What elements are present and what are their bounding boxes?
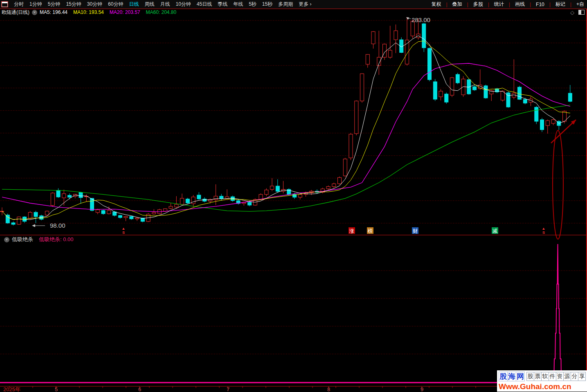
menu-item-30分钟[interactable]: 30分钟 [84, 1, 105, 8]
drawn-ellipse [553, 130, 563, 239]
svg-text:283.00: 283.00 [412, 16, 430, 23]
ma5-legend: MA5: 196.44 [40, 9, 67, 15]
menu-separator: | [444, 2, 449, 7]
menu-item-10分钟[interactable]: 10分钟 [173, 1, 193, 8]
annotations-layer: 283.0098.00 [32, 16, 576, 239]
menu-item-周线[interactable]: 周线 [142, 1, 157, 8]
menu-item-15秒[interactable]: 15秒 [259, 1, 275, 8]
svg-text:98.00: 98.00 [50, 222, 65, 229]
svg-text:2025年: 2025年 [3, 386, 20, 392]
menu-item-60分钟[interactable]: 60分钟 [105, 1, 126, 8]
menu-item-5秒[interactable]: 5秒 [246, 1, 259, 8]
candles-layer [0, 17, 572, 226]
menu-item-日线[interactable]: 日线 [126, 1, 142, 8]
svg-text:榜: 榜 [367, 228, 373, 234]
tdx-app: 283.0098.00涨榜财减SS2025年56789 分时1分钟5分钟15分钟… [0, 0, 587, 392]
menu-item-季线[interactable]: 季线 [215, 1, 230, 8]
svg-text:6: 6 [138, 386, 141, 392]
svg-text:S: S [122, 231, 125, 235]
toolbar-item-多股[interactable]: 多股 [470, 1, 486, 8]
menu-separator: | [547, 2, 553, 7]
signal-arrow-icon [542, 228, 545, 230]
ma60-legend: MA60: 204.80 [146, 9, 176, 15]
ma-legend: MA5: 196.44MA10: 193.54MA20: 203.57MA60:… [40, 9, 176, 15]
ma5-line [2, 36, 570, 220]
toolbar-item-画线[interactable]: 画线 [512, 1, 528, 8]
toolbar-item-标记[interactable]: 标记 [553, 1, 568, 8]
split-window-icon[interactable] [578, 10, 585, 15]
menu-separator: | [507, 2, 512, 7]
ma-lines-layer [2, 36, 570, 220]
watermark-phrase-char: 分 [571, 372, 578, 381]
toolbar-item-叠加[interactable]: 叠加 [450, 1, 465, 8]
svg-text:9: 9 [421, 386, 423, 392]
signal-arrow-icon [122, 228, 125, 230]
watermark-phrase-char: 软 [541, 372, 549, 381]
watermark-phrase-char: 享 [578, 372, 586, 381]
svg-text:财: 财 [413, 228, 418, 234]
ma60-line [2, 105, 570, 211]
watermark-brand-char: 海 [507, 372, 516, 381]
menu-item-1分钟[interactable]: 1分钟 [27, 1, 45, 8]
ma20-legend: MA20: 203.57 [110, 9, 140, 15]
diamond-icon[interactable]: ◇ [570, 9, 574, 16]
indicator-name[interactable]: 低吸绝杀 [12, 236, 33, 243]
watermark-phrase-char: 件 [549, 372, 556, 381]
menu-separator: | [465, 2, 470, 7]
watermark-phrase-char: 源 [563, 372, 571, 381]
svg-text:涨: 涨 [349, 228, 354, 234]
menu-item-年线[interactable]: 年线 [230, 1, 246, 8]
watermark-url: Www.Guhai.com.cn [499, 382, 585, 391]
toolbar-item-F10[interactable]: F10 [533, 2, 547, 7]
menu-item-分时[interactable]: 分时 [11, 1, 27, 8]
watermark-phrase-char: 股 [526, 372, 534, 381]
menu-item-45日线[interactable]: 45日线 [194, 1, 215, 8]
menu-item-15分钟[interactable]: 15分钟 [63, 1, 84, 8]
main-chart-canvas[interactable]: 283.0098.00涨榜财减SS2025年56789 [0, 0, 587, 392]
watermark-phrase: 股票软件资源分享 [526, 372, 585, 381]
toolbar-item-统计[interactable]: 统计 [491, 1, 507, 8]
svg-text:5: 5 [55, 386, 58, 392]
watermark-phrase-char: 资 [556, 372, 564, 381]
watermark-brand: 股海网 [499, 372, 524, 381]
svg-text:7: 7 [227, 386, 229, 392]
menu-separator: | [528, 2, 533, 7]
svg-text:减: 减 [493, 228, 497, 234]
menu-item-5分钟[interactable]: 5分钟 [45, 1, 63, 8]
toolbar-right-menu: 复权|叠加|多股|统计|画线|F10|标记|+自 [428, 1, 587, 8]
menu-item-月线[interactable]: 月线 [157, 1, 173, 8]
toolbar-item-+自[interactable]: +自 [574, 1, 587, 8]
title-bar: 欧陆通(日线) ˅ MA5: 196.44MA10: 193.54MA20: 2… [0, 9, 587, 16]
grid-layer [0, 20, 586, 354]
indicator-header: ˅ 低吸绝杀 低吸绝杀: 0.00 [2, 236, 74, 243]
chevron-down-icon[interactable]: ˅ [32, 10, 37, 15]
ma10-legend: MA10: 193.54 [73, 9, 104, 15]
indicator-chevron-down-icon[interactable]: ˅ [4, 237, 9, 242]
period-menu: 分时1分钟5分钟15分钟30分钟60分钟日线周线月线10分钟45日线季线年线5秒… [11, 1, 315, 8]
svg-text:S: S [542, 231, 545, 235]
menu-item-更多 ›[interactable]: 更多 › [296, 1, 314, 8]
menu-item-多周期[interactable]: 多周期 [275, 1, 296, 8]
chart-markers-layer: 涨榜财减SS [122, 227, 545, 235]
indicator-value: 低吸绝杀: 0.00 [39, 236, 74, 243]
menu-separator: | [486, 2, 491, 7]
watermark: 股海网 股票软件资源分享 Www.Guhai.com.cn [497, 370, 587, 392]
toolbar-item-复权[interactable]: 复权 [428, 1, 444, 8]
watermark-phrase-char: 票 [534, 372, 542, 381]
menu-separator: | [568, 2, 574, 7]
indicator-signal-spike [554, 244, 561, 382]
window-icon[interactable] [2, 2, 8, 7]
watermark-brand-char: 股 [499, 372, 508, 381]
watermark-brand-char: 网 [516, 372, 525, 381]
symbol-title[interactable]: 欧陆通(日线) [2, 9, 29, 16]
top-menu-bar: 分时1分钟5分钟15分钟30分钟60分钟日线周线月线10分钟45日线季线年线5秒… [0, 0, 587, 9]
svg-text:8: 8 [327, 386, 330, 392]
